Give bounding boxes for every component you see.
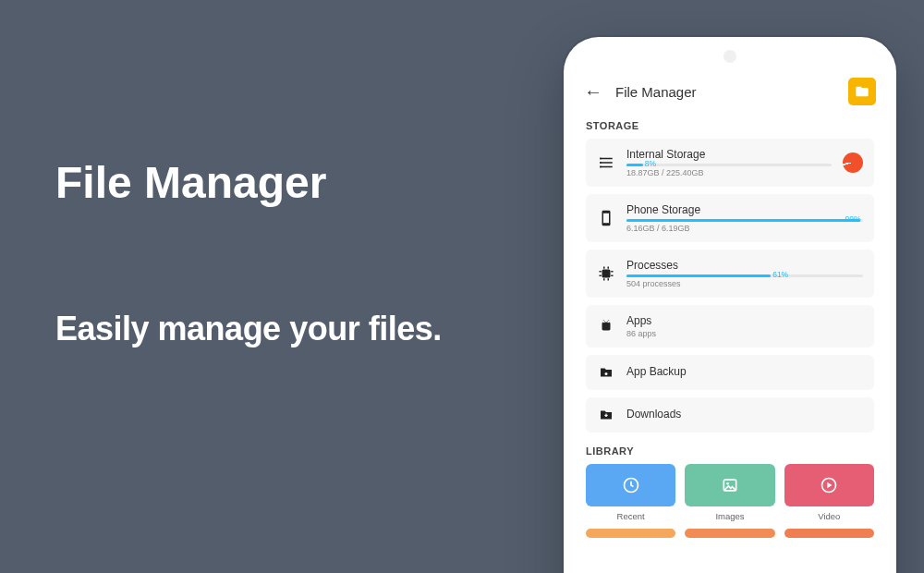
item-name: Apps	[626, 314, 863, 327]
storage-section-label: STORAGE	[586, 120, 874, 131]
library-item-recent[interactable]: Recent	[586, 464, 675, 521]
item-name: Internal Storage	[626, 148, 832, 161]
progress-bar: 99%	[626, 219, 863, 222]
library-label: Recent	[617, 511, 645, 521]
item-name: Downloads	[626, 408, 863, 421]
percent-label: 61%	[772, 270, 788, 279]
folder-icon	[855, 84, 869, 99]
item-sub: 86 apps	[626, 329, 863, 338]
item-name: Processes	[626, 259, 863, 272]
svg-point-4	[603, 322, 605, 323]
storage-item-phone[interactable]: Phone Storage 99% 6.16GB / 6.19GB	[586, 194, 874, 242]
folder-button[interactable]	[848, 78, 876, 105]
percent-label: 99%	[845, 214, 860, 224]
item-sub: 18.87GB / 225.40GB	[626, 168, 832, 177]
library-label: Video	[818, 511, 840, 521]
cpu-icon	[597, 265, 615, 282]
svg-rect-3	[602, 270, 611, 278]
android-icon	[597, 318, 615, 335]
percent-label: 8%	[645, 159, 656, 168]
library-item[interactable]	[586, 529, 675, 538]
progress-bar: 61%	[626, 274, 863, 277]
back-icon[interactable]: ←	[584, 81, 602, 103]
phone-icon	[597, 210, 615, 226]
item-sub: 6.16GB / 6.19GB	[626, 224, 863, 233]
library-item-video[interactable]: Video	[784, 464, 874, 521]
progress-bar: 8%	[626, 164, 832, 166]
svg-point-9	[726, 482, 729, 485]
storage-item-internal[interactable]: Internal Storage 8% 18.87GB / 225.40GB	[586, 139, 874, 187]
item-sub: 504 processes	[626, 279, 863, 288]
phone-mockup: ← File Manager STORAGE Internal Storage …	[564, 37, 896, 573]
storage-item-backup[interactable]: App Backup	[586, 355, 874, 390]
clock-icon	[622, 476, 640, 494]
image-icon	[721, 476, 739, 494]
svg-point-2	[600, 166, 602, 168]
library-item[interactable]	[784, 529, 874, 538]
pie-chart-icon[interactable]	[843, 152, 863, 173]
svg-point-1	[600, 162, 602, 164]
library-label: Images	[715, 511, 744, 521]
library-item-images[interactable]: Images	[685, 464, 774, 521]
svg-point-5	[608, 322, 610, 323]
app-bar: ← File Manager	[571, 68, 889, 113]
hero-title: File Manager	[55, 157, 536, 208]
storage-item-apps[interactable]: Apps 86 apps	[586, 305, 874, 347]
appbar-title: File Manager	[615, 84, 835, 100]
item-name: App Backup	[626, 365, 863, 378]
svg-point-0	[600, 158, 602, 160]
hero-subtitle: Easily manage your files.	[55, 310, 536, 348]
library-item[interactable]	[685, 529, 774, 538]
camera-cutout	[723, 50, 736, 63]
app-screen: ← File Manager STORAGE Internal Storage …	[571, 68, 889, 573]
play-icon	[820, 476, 838, 494]
hero-copy: File Manager Easily manage your files.	[55, 157, 536, 348]
storage-item-processes[interactable]: Processes 61% 504 processes	[586, 250, 874, 298]
library-section-label: LIBRARY	[586, 445, 874, 457]
item-name: Phone Storage	[626, 203, 863, 216]
storage-item-downloads[interactable]: Downloads	[586, 397, 874, 433]
backup-icon	[597, 364, 615, 381]
storage-icon	[597, 154, 615, 171]
download-icon	[597, 407, 615, 423]
svg-point-6	[605, 372, 608, 375]
content-area: STORAGE Internal Storage 8% 18.87GB / 22…	[571, 113, 889, 573]
